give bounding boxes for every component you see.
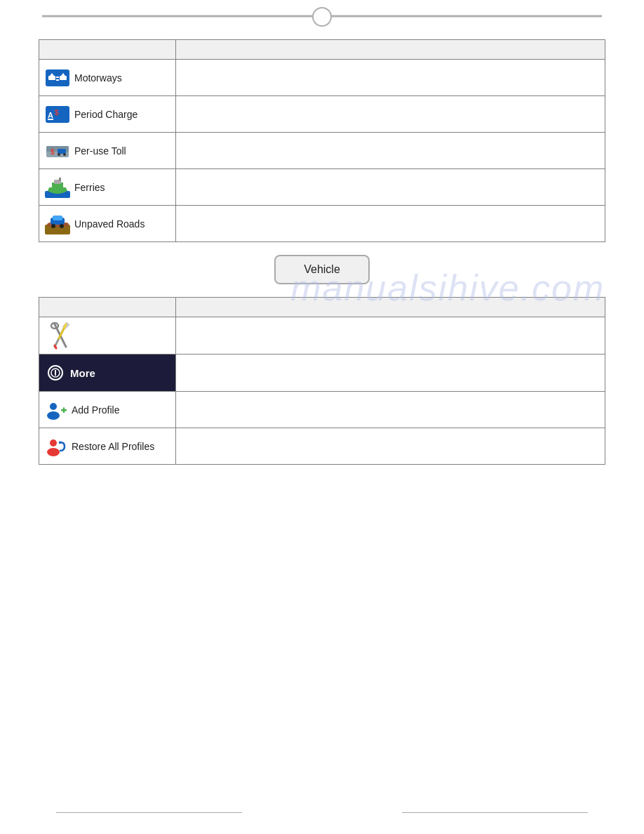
svg-point-27 [51, 224, 55, 228]
add-profile-icon-label: Add Profile [45, 400, 170, 420]
svg-text:A: A [48, 111, 53, 119]
motorways-label-cell[interactable]: Motorways [39, 60, 176, 96]
svg-point-28 [60, 224, 64, 228]
table-row[interactable]: Add Profile [39, 392, 605, 428]
top-bar-circle [312, 7, 332, 27]
svg-text:$: $ [51, 148, 55, 156]
per-use-toll-value[interactable] [176, 133, 605, 169]
period-charge-value[interactable] [176, 96, 605, 133]
per-use-toll-icon-label: $ Per-use Toll [45, 140, 170, 161]
tools-icon [45, 320, 76, 351]
svg-point-37 [50, 403, 57, 410]
bottom-bar [0, 812, 644, 813]
bottom-line-left [56, 812, 242, 813]
motorways-icon-label: Motorways [45, 67, 170, 88]
more-value[interactable] [176, 355, 605, 392]
main-content: Motorways A $ Period Charge [0, 32, 644, 479]
table-row[interactable]: Restore All Profiles [39, 428, 605, 465]
ferries-icon-label: Ferries [45, 177, 170, 198]
unpaved-roads-icon [45, 213, 70, 234]
svg-rect-3 [56, 77, 59, 78]
header-col1 [39, 40, 176, 60]
table-row[interactable]: $ Per-use Toll [39, 133, 605, 169]
svg-point-42 [47, 448, 60, 456]
restore-profiles-label: Restore All Profiles [72, 441, 154, 452]
svg-text:$: $ [55, 109, 59, 117]
restore-profiles-value[interactable] [176, 428, 605, 465]
motorways-label: Motorways [74, 72, 122, 84]
period-charge-icon-label: A $ Period Charge [45, 104, 170, 125]
svg-rect-10 [48, 119, 53, 120]
svg-rect-4 [56, 79, 59, 81]
unpaved-roads-label: Unpaved Roads [74, 218, 145, 230]
svg-point-41 [50, 439, 57, 446]
more-icon [48, 365, 63, 380]
unpaved-roads-label-cell[interactable]: Unpaved Roads [39, 206, 176, 242]
svg-rect-14 [58, 149, 66, 154]
svg-point-38 [47, 411, 60, 420]
add-profile-icon [45, 400, 67, 420]
ferries-icon [45, 177, 70, 198]
add-profile-label: Add Profile [72, 404, 119, 416]
header-col2 [176, 40, 605, 60]
svg-point-16 [63, 153, 66, 156]
per-use-toll-icon: $ [45, 140, 70, 161]
motorway-icon [45, 67, 70, 88]
motorways-value[interactable] [176, 60, 605, 96]
table-header-row [39, 40, 605, 60]
svg-point-15 [58, 153, 60, 156]
add-profile-value[interactable] [176, 392, 605, 428]
table-row[interactable]: Motorways [39, 60, 605, 96]
table-row[interactable] [39, 317, 605, 355]
svg-line-34 [55, 345, 56, 348]
header2-col1 [39, 298, 176, 317]
table-row[interactable]: More [39, 355, 605, 392]
vehicle-options-table: More [39, 297, 605, 465]
header2-col2 [176, 298, 605, 317]
more-label: More [70, 367, 95, 379]
route-options-table: Motorways A $ Period Charge [39, 39, 605, 242]
unpaved-roads-value[interactable] [176, 206, 605, 242]
svg-rect-40 [63, 407, 65, 413]
more-button[interactable]: More [39, 355, 175, 391]
restore-profiles-icon-label: Restore All Profiles [45, 437, 170, 456]
bottom-line-right [402, 812, 588, 813]
tools-icon-label [45, 320, 170, 351]
table-header-row-2 [39, 298, 605, 317]
svg-rect-36 [55, 370, 56, 376]
period-charge-icon: A $ [45, 104, 70, 125]
unpaved-roads-icon-label: Unpaved Roads [45, 213, 170, 234]
period-charge-label: Period Charge [74, 109, 137, 120]
tools-value[interactable] [176, 317, 605, 355]
table-row[interactable]: A $ Period Charge [39, 96, 605, 133]
vehicle-section: Vehicle [39, 255, 605, 284]
restore-profiles-label-cell[interactable]: Restore All Profiles [39, 428, 176, 465]
period-charge-label-cell[interactable]: A $ Period Charge [39, 96, 176, 133]
ferries-label: Ferries [74, 182, 105, 193]
restore-profiles-icon [45, 437, 67, 456]
more-label-cell[interactable]: More [39, 355, 176, 392]
svg-rect-26 [53, 216, 62, 220]
top-bar [0, 0, 644, 32]
vehicle-button[interactable]: Vehicle [274, 255, 370, 284]
add-profile-label-cell[interactable]: Add Profile [39, 392, 176, 428]
per-use-toll-label: Per-use Toll [74, 145, 126, 157]
per-use-toll-label-cell[interactable]: $ Per-use Toll [39, 133, 176, 169]
ferries-value[interactable] [176, 169, 605, 206]
tools-label-cell[interactable] [39, 317, 176, 355]
ferries-label-cell[interactable]: Ferries [39, 169, 176, 206]
table-row[interactable]: Ferries [39, 169, 605, 206]
table-row[interactable]: Unpaved Roads [39, 206, 605, 242]
svg-rect-20 [59, 178, 61, 181]
